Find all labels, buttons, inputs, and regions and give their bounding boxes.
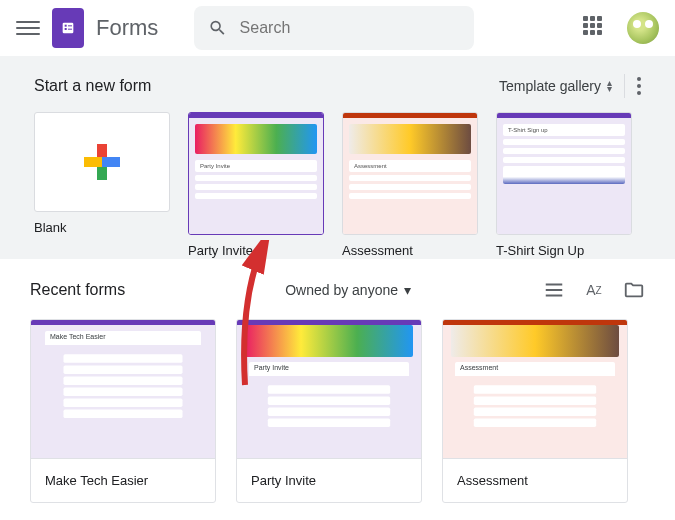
party-thumb: Party Invite xyxy=(188,112,324,235)
search-input[interactable] xyxy=(240,19,461,37)
search-icon xyxy=(208,17,227,39)
assessment-thumb: Assessment xyxy=(342,112,478,235)
recent-caption: Party Invite xyxy=(237,458,421,502)
template-assessment[interactable]: Assessment Assessment xyxy=(342,112,478,235)
sort-az-icon[interactable]: AZ xyxy=(583,279,605,301)
template-gallery-button[interactable]: Template gallery ▴▾ xyxy=(499,78,612,94)
search-box[interactable] xyxy=(194,6,474,50)
svg-rect-1 xyxy=(65,25,67,27)
unfold-icon: ▴▾ xyxy=(607,80,612,92)
recent-card[interactable]: Make Tech Easier Make Tech Easier xyxy=(30,319,216,503)
recent-card[interactable]: Assessment Assessment xyxy=(442,319,628,503)
owned-filter[interactable]: Owned by anyone ▾ xyxy=(285,282,411,298)
templates-title: Start a new form xyxy=(34,77,499,95)
svg-rect-4 xyxy=(68,29,72,30)
svg-rect-0 xyxy=(63,23,74,34)
list-view-icon[interactable] xyxy=(543,279,565,301)
svg-rect-3 xyxy=(65,28,67,30)
recent-card[interactable]: Party Invite Party Invite xyxy=(236,319,422,503)
menu-icon[interactable] xyxy=(16,16,40,40)
folder-icon[interactable] xyxy=(623,279,645,301)
caret-down-icon: ▾ xyxy=(404,282,411,298)
blank-thumb xyxy=(34,112,170,212)
avatar[interactable] xyxy=(627,12,659,44)
forms-logo-icon[interactable] xyxy=(52,8,84,48)
recent-caption: Make Tech Easier xyxy=(31,458,215,502)
more-icon[interactable] xyxy=(637,77,641,95)
apps-icon[interactable] xyxy=(583,16,607,40)
app-header: Forms xyxy=(0,0,675,56)
recent-title: Recent forms xyxy=(30,281,125,299)
template-blank[interactable]: Blank xyxy=(34,112,170,235)
app-title: Forms xyxy=(96,15,158,41)
template-tshirt[interactable]: T-Shirt Sign up T-Shirt Sign Up xyxy=(496,112,632,235)
recent-caption: Assessment xyxy=(443,458,627,502)
svg-rect-2 xyxy=(68,25,72,26)
recent-section: Recent forms Owned by anyone ▾ AZ Make T… xyxy=(0,259,675,520)
template-party-invite[interactable]: Party Invite Party Invite xyxy=(188,112,324,235)
templates-section: Start a new form Template gallery ▴▾ Bla… xyxy=(0,56,675,259)
divider xyxy=(624,74,625,98)
tshirt-thumb: T-Shirt Sign up xyxy=(496,112,632,235)
